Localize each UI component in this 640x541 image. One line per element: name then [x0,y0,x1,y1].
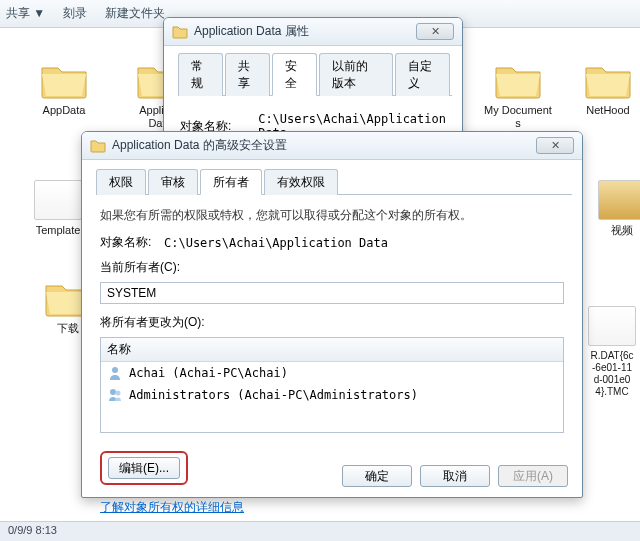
owner-name: Administrators (Achai-PC\Administrators) [129,388,418,402]
folder-appdata[interactable]: AppData [28,62,100,117]
folder-videos[interactable]: 视频 [586,180,640,237]
properties-tabs: 常规 共享 安全 以前的版本 自定义 [178,52,452,96]
svg-point-4 [116,391,121,396]
status-time: 0/9/9 8:13 [8,524,57,536]
window-title: Application Data 属性 [194,23,416,40]
window-title: Application Data 的高级安全设置 [112,137,536,154]
object-name-label: 对象名称: [100,234,164,251]
tab-security[interactable]: 安全 [272,53,317,96]
video-thumb-icon [598,180,640,220]
folder-icon [90,139,106,153]
titlebar[interactable]: Application Data 属性 ✕ [164,18,462,46]
folder-label: R.DAT{6c -6e01-11 d-001e0 4}.TMC [576,350,640,398]
svg-point-2 [112,367,118,373]
edit-button[interactable]: 编辑(E)... [108,457,180,479]
change-owner-label: 将所有者更改为(O): [100,314,205,331]
close-icon[interactable]: ✕ [536,137,574,154]
file-rdat[interactable]: R.DAT{6c -6e01-11 d-001e0 4}.TMC [576,306,640,398]
group-icon [107,387,123,403]
owner-hint: 如果您有所需的权限或特权，您就可以取得或分配这个对象的所有权。 [100,207,564,224]
tab-permissions[interactable]: 权限 [96,169,146,195]
folder-label: My Documents [482,104,554,130]
folder-label: NetHood [572,104,640,117]
current-owner-field [100,282,564,304]
owner-achai[interactable]: Achai (Achai-PC\Achai) [101,362,563,384]
ok-button[interactable]: 确定 [342,465,412,487]
folder-label: 视频 [586,224,640,237]
tab-sharing[interactable]: 共享 [225,53,270,96]
folder-icon [40,62,88,100]
advanced-tabs: 权限 审核 所有者 有效权限 [96,168,572,195]
tab-customize[interactable]: 自定义 [395,53,450,96]
folder-icon [494,62,542,100]
file-icon [34,180,82,220]
toolbar-new-folder[interactable]: 新建文件夹 [105,5,165,22]
owner-list[interactable]: 名称 Achai (Achai-PC\Achai) Administrators… [100,337,564,433]
toolbar-record[interactable]: 刻录 [63,5,87,22]
folder-icon [172,25,188,39]
tab-auditing[interactable]: 审核 [148,169,198,195]
learn-more-link[interactable]: 了解对象所有权的详细信息 [100,500,244,514]
tab-previous-versions[interactable]: 以前的版本 [319,53,393,96]
folder-label: AppData [28,104,100,117]
object-name-value: C:\Users\Achai\Application Data [164,236,564,250]
current-owner-label: 当前所有者(C): [100,259,180,276]
owner-administrators[interactable]: Administrators (Achai-PC\Administrators) [101,384,563,406]
tab-general[interactable]: 常规 [178,53,223,96]
column-name[interactable]: 名称 [101,338,563,362]
apply-button: 应用(A) [498,465,568,487]
cancel-button[interactable]: 取消 [420,465,490,487]
owner-name: Achai (Achai-PC\Achai) [129,366,288,380]
file-icon [588,306,636,346]
advanced-security-window: Application Data 的高级安全设置 ✕ 权限 审核 所有者 有效权… [81,131,583,498]
status-bar: 0/9/9 8:13 [0,521,640,541]
dialog-buttons: 确定 取消 应用(A) [342,465,568,487]
tab-effective-permissions[interactable]: 有效权限 [264,169,338,195]
folder-my-documents[interactable]: My Documents [482,62,554,130]
edit-button-highlight: 编辑(E)... [100,451,188,485]
folder-icon [584,62,632,100]
close-icon[interactable]: ✕ [416,23,454,40]
tab-owner[interactable]: 所有者 [200,169,262,195]
svg-point-3 [110,389,116,395]
toolbar-share[interactable]: 共享 ▼ [6,5,45,22]
folder-nethood[interactable]: NetHood [572,62,640,117]
titlebar[interactable]: Application Data 的高级安全设置 ✕ [82,132,582,160]
user-icon [107,365,123,381]
